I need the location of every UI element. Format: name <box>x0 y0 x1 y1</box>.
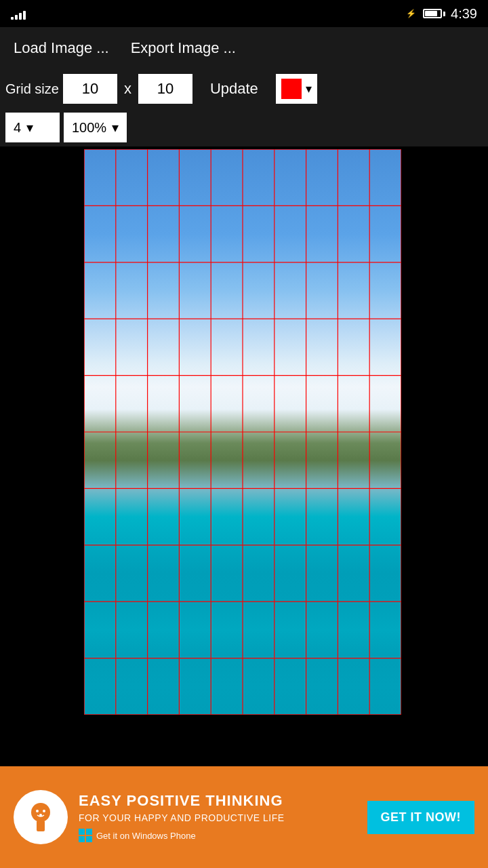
controls-row-2: 4 ▾ 100% ▾ <box>0 108 488 146</box>
ad-title: EASY POSITIVE THINKING <box>79 792 357 810</box>
clock: 4:39 <box>451 6 477 22</box>
status-bar: ⚡ 4:39 <box>0 0 488 27</box>
charging-icon: ⚡ <box>406 9 416 18</box>
toolbar: Load Image ... Export Image ... <box>0 27 488 69</box>
svg-rect-26 <box>79 836 85 842</box>
ad-cta-button[interactable]: GET IT NOW! <box>367 801 474 834</box>
ad-banner: EASY POSITIVE THINKING FOR YOUR HAPPY AN… <box>0 766 488 868</box>
status-right: ⚡ 4:39 <box>406 6 477 22</box>
ad-subtitle: FOR YOUR HAPPY AND PRODUCTIVE LIFE <box>79 812 357 823</box>
brain-icon <box>24 800 58 834</box>
svg-rect-20 <box>37 821 45 831</box>
grid-width-input[interactable] <box>63 74 117 104</box>
color-swatch <box>281 79 302 99</box>
image-area <box>0 146 488 766</box>
color-dropdown[interactable]: ▾ <box>276 74 317 104</box>
line-count-value: 4 <box>14 120 21 136</box>
chevron-down-icon: ▾ <box>306 81 312 96</box>
chevron-down-icon: ▾ <box>112 119 119 136</box>
svg-point-19 <box>31 803 50 822</box>
update-button[interactable]: Update <box>197 74 272 104</box>
load-image-button[interactable]: Load Image ... <box>5 34 117 62</box>
grid-height-input[interactable] <box>138 74 192 104</box>
export-image-button[interactable]: Export Image ... <box>123 34 244 62</box>
windows-logo-icon <box>79 829 92 842</box>
line-count-dropdown[interactable]: 4 ▾ <box>5 113 60 142</box>
ad-store-label: Get it on Windows Phone <box>96 831 196 841</box>
svg-rect-27 <box>86 836 92 842</box>
zoom-value: 100% <box>72 120 106 136</box>
ad-text-block: EASY POSITIVE THINKING FOR YOUR HAPPY AN… <box>79 792 357 842</box>
zoom-dropdown[interactable]: 100% ▾ <box>64 113 127 142</box>
photo-background <box>84 149 401 715</box>
x-separator: x <box>121 80 134 98</box>
svg-rect-25 <box>86 829 92 835</box>
ad-icon <box>14 790 68 844</box>
status-left <box>11 7 26 20</box>
svg-point-21 <box>36 810 39 812</box>
signal-icon <box>11 7 26 20</box>
ad-store: Get it on Windows Phone <box>79 829 357 842</box>
grid-size-label: Grid size <box>5 81 59 97</box>
battery-icon <box>423 9 445 18</box>
svg-rect-24 <box>79 829 85 835</box>
svg-point-22 <box>43 810 45 812</box>
chevron-down-icon: ▾ <box>26 119 33 136</box>
image-container[interactable] <box>84 149 401 715</box>
controls-row-1: Grid size x Update ▾ <box>0 69 488 108</box>
